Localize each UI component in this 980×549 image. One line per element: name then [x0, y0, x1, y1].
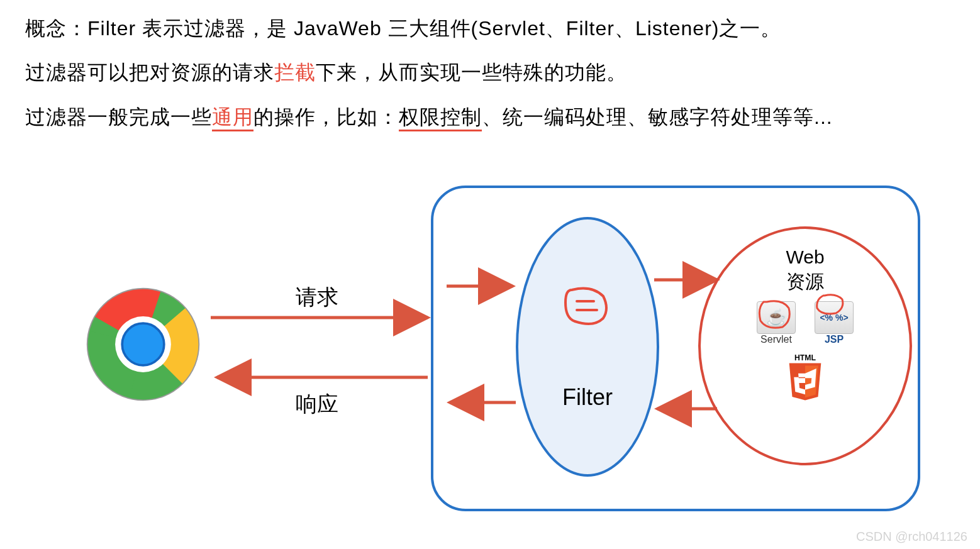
web-res-line1: Web	[786, 247, 824, 267]
html-text: HTML	[794, 353, 816, 362]
web-res-line2: 资源	[786, 271, 824, 292]
text-p3a: 过滤器一般完成一些	[25, 106, 212, 128]
html5-icon: HTML	[783, 352, 827, 396]
paragraph-intercept: 过滤器可以把对资源的请求拦截下来，从而实现一些特殊的功能。	[25, 50, 955, 94]
label-response: 响应	[296, 390, 338, 419]
resource-icons-row: ☕ Servlet <% %> JSP	[757, 301, 854, 345]
paragraph-usage: 过滤器一般完成一些通用的操作，比如：权限控制、统一编码处理、敏感字符处理等等..…	[25, 95, 955, 139]
web-resources: Web 资源 ☕ Servlet <% %>	[698, 226, 912, 465]
watermark: CSDN @rch041126	[856, 530, 967, 544]
diagram: 请求 响应 Filter Web 资源 ☕	[0, 176, 980, 522]
servlet-icon: ☕ Servlet	[757, 301, 796, 345]
text-p3b: 的操作，比如：	[253, 106, 399, 128]
text-p3c: 、统一编码处理、敏感字符处理等等...	[482, 106, 833, 128]
text-p2a: 过滤器可以把对资源的请求	[25, 61, 274, 84]
page: 概念：Filter 表示过滤器，是 JavaWeb 三大组件(Servlet、F…	[0, 0, 980, 549]
filter-node: Filter	[516, 217, 659, 477]
text-p2b: 下来，从而实现一些特殊的功能。	[316, 61, 627, 84]
filter-scribble-icon	[559, 284, 616, 334]
text-p1: 概念：Filter 表示过滤器，是 JavaWeb 三大组件(Servlet、F…	[25, 17, 781, 40]
filter-label: Filter	[562, 384, 613, 411]
label-request: 请求	[296, 283, 338, 312]
web-resources-title: Web 资源	[786, 245, 824, 294]
highlight-universal: 通用	[212, 106, 253, 131]
jsp-icon: <% %> JSP	[815, 301, 854, 345]
highlight-intercept: 拦截	[274, 61, 316, 84]
paragraph-concept: 概念：Filter 表示过滤器，是 JavaWeb 三大组件(Servlet、F…	[25, 6, 955, 50]
jsp-label: JSP	[825, 334, 844, 345]
highlight-access: 权限控制	[399, 106, 482, 131]
